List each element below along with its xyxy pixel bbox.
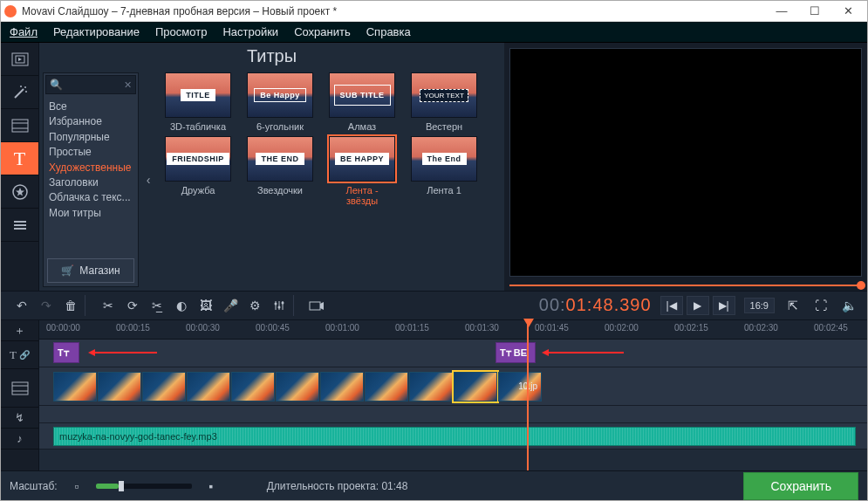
zoom-in-icon[interactable]: ▪ xyxy=(202,477,220,495)
menu-view[interactable]: Просмотр xyxy=(155,25,207,38)
title-thumbnail[interactable]: Be Happy6-угольник xyxy=(247,72,313,133)
delete-button[interactable]: 🗑 xyxy=(62,297,79,314)
video-clip[interactable] xyxy=(276,372,319,401)
prev-frame-button[interactable]: |◀ xyxy=(660,296,683,315)
audio-clip[interactable]: muzyka-na-novyy-god-tanec-fey.mp3 xyxy=(53,427,856,446)
undo-button[interactable]: ↶ xyxy=(13,297,31,314)
zoom-knob[interactable] xyxy=(119,481,124,491)
video-track[interactable]: 10.jp xyxy=(39,367,867,406)
category-item[interactable]: Художественные xyxy=(49,161,133,175)
category-item[interactable]: Заголовки xyxy=(49,175,133,190)
timeline-ruler[interactable]: 00:00:0000:00:1500:00:3000:00:4500:01:00… xyxy=(39,320,867,340)
ruler-tick: 00:02:15 xyxy=(674,323,708,333)
tab-stickers[interactable] xyxy=(1,175,38,209)
video-track-header[interactable] xyxy=(1,369,38,408)
app-logo-icon xyxy=(4,5,17,17)
tab-wand[interactable] xyxy=(1,76,38,109)
category-item[interactable]: Популярные xyxy=(49,130,133,145)
category-item[interactable]: Облачка с текс... xyxy=(49,190,133,205)
preview-progress-line xyxy=(509,285,862,286)
svg-marker-22 xyxy=(320,302,324,310)
preview-progress-knob[interactable] xyxy=(857,281,865,290)
add-track-button[interactable]: ＋ xyxy=(1,320,38,341)
title-thumbnail[interactable]: FRIENDSHIPДружба xyxy=(165,136,231,207)
window-maximize-button[interactable]: ☐ xyxy=(799,3,830,20)
menu-settings[interactable]: Настройки xyxy=(222,25,278,38)
menu-help[interactable]: Справка xyxy=(366,25,411,38)
fullscreen-button[interactable]: ⛶ xyxy=(811,296,830,315)
window-minimize-button[interactable]: — xyxy=(766,3,797,20)
tab-titles[interactable]: T xyxy=(1,142,38,175)
shop-button[interactable]: 🛒 Магазин xyxy=(47,258,134,283)
clear-search-icon[interactable]: ✕ xyxy=(124,79,132,91)
video-clip[interactable] xyxy=(53,372,97,401)
audio-track[interactable]: muzyka-na-novyy-god-tanec-fey.mp3 xyxy=(39,423,867,450)
menu-file[interactable]: Файл xyxy=(10,25,38,38)
category-item[interactable]: Мои титры xyxy=(49,206,133,221)
aspect-ratio-selector[interactable]: 16:9 xyxy=(744,298,775,313)
title-clip[interactable]: Tᴛ xyxy=(53,342,79,363)
equalizer-icon[interactable] xyxy=(270,297,288,314)
ruler-tick: 00:00:15 xyxy=(116,323,150,333)
video-clip[interactable] xyxy=(409,372,453,401)
zoom-out-icon[interactable]: ▫ xyxy=(68,477,85,495)
window-close-button[interactable]: ✕ xyxy=(832,3,864,20)
audio-track-header[interactable]: ♪ xyxy=(1,429,38,450)
video-clip[interactable] xyxy=(365,372,408,401)
playhead[interactable] xyxy=(527,320,529,470)
gear-button[interactable]: ⚙ xyxy=(246,297,263,314)
timeline-body[interactable]: 00:00:0000:00:1500:00:3000:00:4500:01:00… xyxy=(39,320,867,470)
preview-progress[interactable] xyxy=(509,282,862,289)
tab-filters[interactable] xyxy=(1,109,38,142)
tab-more[interactable] xyxy=(1,209,38,242)
cut-button[interactable]: ✂ xyxy=(99,297,117,314)
collapse-categories-button[interactable]: ‹ xyxy=(142,72,154,287)
title-thumbnail[interactable]: BE HAPPYЛента - звёзды xyxy=(329,136,395,207)
title-thumbnail[interactable]: THE ENDЗвездочки xyxy=(247,136,313,207)
video-clip[interactable] xyxy=(142,372,186,401)
preview-video[interactable] xyxy=(509,48,862,277)
title-clip[interactable]: Tᴛ BE xyxy=(496,342,536,363)
export-frame-button[interactable]: ⇱ xyxy=(783,296,803,315)
video-clip[interactable] xyxy=(320,372,364,401)
play-button[interactable]: ▶ xyxy=(687,296,709,315)
thumb-row: FRIENDSHIPДружбаTHE ENDЗвездочкиBE HAPPY… xyxy=(158,136,499,207)
title-thumbnail[interactable]: The EndЛента 1 xyxy=(411,136,477,207)
title-thumbnail[interactable]: YOUR TEXTВестерн xyxy=(411,72,477,133)
rotate-button[interactable]: ⟳ xyxy=(124,297,141,314)
volume-button[interactable]: 🔈 xyxy=(839,296,858,315)
preview-panel xyxy=(504,43,867,291)
save-button[interactable]: Сохранить xyxy=(743,472,858,500)
link-track[interactable] xyxy=(39,406,867,423)
title-thumbnail[interactable]: TITLE3D-табличка xyxy=(165,72,231,133)
video-clip[interactable]: 10.jp xyxy=(498,372,542,401)
video-clip[interactable] xyxy=(454,372,497,401)
category-item[interactable]: Избранное xyxy=(49,114,133,129)
link-track-header[interactable]: ↯ xyxy=(1,408,38,429)
menu-edit[interactable]: Редактирование xyxy=(53,25,140,38)
main-content: T Титры 🔍 ✕ ВсеИзбранноеПопулярныеПросты… xyxy=(1,43,867,291)
tab-import[interactable] xyxy=(1,43,38,76)
svg-marker-2 xyxy=(18,58,22,61)
zoom-slider[interactable] xyxy=(96,484,192,489)
video-clip[interactable] xyxy=(98,372,141,401)
next-frame-button[interactable]: ▶| xyxy=(713,296,735,315)
title-track[interactable]: TᴛTᴛ BE xyxy=(39,340,867,367)
category-item[interactable]: Простые xyxy=(49,145,133,160)
ruler-tick: 00:00:30 xyxy=(186,323,220,333)
menu-save[interactable]: Сохранить xyxy=(294,25,351,38)
crop-button[interactable]: ✂̲ xyxy=(148,297,166,314)
video-clip[interactable] xyxy=(231,372,275,401)
category-item[interactable]: Все xyxy=(49,100,133,114)
video-clip[interactable] xyxy=(187,372,230,401)
title-thumbnail[interactable]: SUB TITLEАлмаз xyxy=(329,72,395,133)
color-button[interactable]: ◐ xyxy=(173,297,190,314)
redo-button[interactable]: ↷ xyxy=(38,297,55,314)
title-track-header[interactable]: T 🔗 xyxy=(1,341,38,369)
ruler-tick: 00:01:45 xyxy=(535,323,569,333)
camera-button[interactable] xyxy=(308,297,325,314)
mic-button[interactable]: 🎤 xyxy=(222,297,239,314)
search-input[interactable]: 🔍 ✕ xyxy=(45,75,136,94)
ruler-tick: 00:00:45 xyxy=(256,323,290,333)
image-button[interactable]: 🖼 xyxy=(197,297,215,314)
